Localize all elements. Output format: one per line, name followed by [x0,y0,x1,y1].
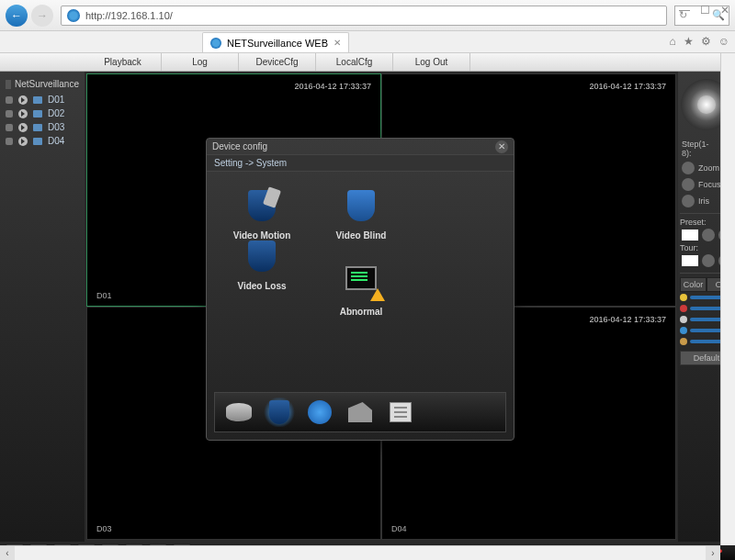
tour-play[interactable] [702,254,715,267]
zoom-in-button[interactable] [682,162,695,174]
close-window-button[interactable]: ✕ [718,4,731,17]
sharpness-icon [680,338,687,345]
menu-log[interactable]: Log [162,53,239,71]
horizontal-scrollbar[interactable]: ‹ › [0,545,720,560]
cell-label: D01 [96,291,112,300]
app-menu-bar: Playback Log DeviceCfg LocalCfg Log Out [0,53,735,72]
timestamp: 2016-04-12 17:33:37 [589,315,666,324]
brightness-icon [680,294,687,301]
video-loss-label: Video Loss [212,281,311,291]
cell-label: D03 [96,524,112,533]
modal-tab-alarm[interactable] [263,398,296,427]
scroll-right-button[interactable]: › [706,546,720,561]
video-blind-label: Video Blind [311,230,411,241]
preset-input[interactable] [682,230,698,241]
ie-icon [67,9,80,22]
channel-row-d01[interactable]: D01 [0,93,85,106]
video-motion-label: Video Motion [212,230,311,241]
video-loss-item[interactable]: Video Loss [212,241,311,317]
modal-title-text: Device config [212,141,267,151]
address-bar[interactable]: http://192.168.1.10/ [61,6,667,26]
contrast-icon [680,305,687,312]
video-motion-item[interactable]: Video Motion [212,190,311,241]
menu-logout[interactable]: Log Out [393,53,470,71]
settings-gear-icon[interactable]: ⚙ [701,35,711,48]
modal-category-tabs [214,392,506,432]
abnormal-item[interactable]: Abnormal [311,266,411,317]
tab-color[interactable]: Color [680,277,707,292]
modal-close-button[interactable]: ✕ [495,140,508,153]
url-text: http://192.168.1.10/ [85,10,173,21]
menu-playback[interactable]: Playback [85,53,162,71]
channel-row-d04[interactable]: D04 [0,134,85,148]
sidebar-title: NetSurveillance [0,75,85,93]
channel-row-d02[interactable]: D02 [0,106,85,120]
modal-breadcrumb: Setting -> System [207,155,514,172]
modal-tab-storage[interactable] [222,398,255,427]
cell-label: D04 [391,524,407,533]
channel-sidebar: NetSurveillance D01 D02 D03 D04 [0,72,85,542]
video-blind-item[interactable]: Video Blind [311,190,411,241]
step-label: Step(1-8): [682,140,718,158]
saturation-icon [680,316,687,323]
abnormal-label: Abnormal [311,307,411,317]
tab-close-icon[interactable]: ✕ [334,38,341,48]
forward-button[interactable]: → [31,5,53,27]
channel-row-d03[interactable]: D03 [0,120,85,134]
back-button[interactable]: ← [6,5,28,27]
home-icon[interactable]: ⌂ [669,35,675,48]
hue-icon [680,327,687,334]
tab-title: NETSurveillance WEB [227,38,328,49]
favorites-icon[interactable]: ★ [684,35,694,48]
device-config-modal: Device config ✕ Setting -> System Video … [206,138,514,441]
maximize-button[interactable]: ☐ [698,4,711,17]
iris-button[interactable] [682,195,695,207]
focus-button[interactable] [682,178,695,191]
modal-tab-system[interactable] [303,398,336,427]
modal-tab-tools[interactable] [344,398,377,427]
minimize-button[interactable]: — [678,4,691,17]
scroll-left-button[interactable]: ‹ [0,546,15,561]
menu-localcfg[interactable]: LocalCfg [316,53,393,71]
timestamp: 2016-04-12 17:33:37 [294,82,371,91]
feedback-icon[interactable]: ☺ [718,35,729,48]
preset-add[interactable] [702,229,715,241]
menu-devicecfg[interactable]: DeviceCfg [239,53,316,71]
vertical-scrollbar[interactable] [720,53,735,545]
modal-tab-info[interactable] [384,398,417,427]
tab-ie-icon [210,38,221,49]
tour-input[interactable] [682,255,698,266]
browser-tab[interactable]: NETSurveillance WEB ✕ [202,32,349,52]
timestamp: 2016-04-12 17:33:37 [589,82,666,91]
